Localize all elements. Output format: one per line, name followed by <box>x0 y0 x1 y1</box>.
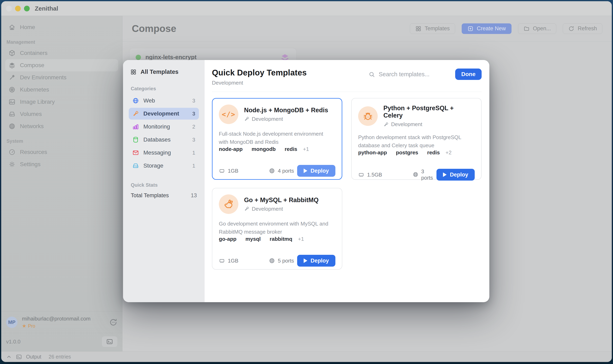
categories-label: Categories <box>131 86 199 91</box>
category-count: 1 <box>192 150 195 156</box>
memory-label: 1GB <box>228 168 238 174</box>
template-title: Go + MySQL + RabbitMQ <box>244 196 318 204</box>
open-button[interactable]: Open... <box>518 23 557 34</box>
deploy-button[interactable]: Deploy <box>297 255 335 267</box>
sidebar-item-volumes[interactable]: Volumes <box>5 108 118 120</box>
create-new-button-label: Create New <box>477 26 506 32</box>
sidebar-item-dev-environments[interactable]: Dev Environments <box>5 71 118 84</box>
ports-info: 3 ports <box>413 168 436 181</box>
create-new-button[interactable]: Create New <box>462 23 511 34</box>
drive-icon <box>9 111 15 117</box>
done-button[interactable]: Done <box>455 68 482 80</box>
version-row: v1.0.0 <box>1 333 122 351</box>
category-web[interactable]: Web 3 <box>129 95 199 106</box>
sidebar-item-settings[interactable]: Settings <box>5 158 118 170</box>
sidebar-item-label: Compose <box>20 62 44 68</box>
sidebar-item-label: Volumes <box>20 111 42 117</box>
sidebar-footer: MP mihaiburlac@protonmail.com ★ Pro v1.0… <box>1 311 122 351</box>
sidebar-item-label: Dev Environments <box>20 74 66 81</box>
category-databases[interactable]: Databases 3 <box>129 134 199 146</box>
total-templates-row: Total Templates 13 <box>129 191 199 200</box>
tag: mongodb <box>252 146 275 152</box>
status-running-dot <box>136 55 141 60</box>
template-card-nodejs[interactable]: </> Node.js + MongoDB + Redis Developmen… <box>212 98 342 180</box>
sidebar-item-label: Resources <box>20 149 47 155</box>
template-tags: python-app postgres redis +2 <box>358 149 475 156</box>
hammer-icon <box>244 116 249 122</box>
deploy-button[interactable]: Deploy <box>297 165 335 177</box>
sidebar-item-label: Containers <box>20 50 47 56</box>
card-footer: 1GB 4 ports Deploy <box>219 165 335 177</box>
deploy-button[interactable]: Deploy <box>436 169 475 181</box>
template-description: Python development stack with PostgreSQL… <box>358 133 475 149</box>
home-icon <box>9 24 15 31</box>
sidebar-item-containers[interactable]: Containers <box>5 47 118 59</box>
sidebar-item-home[interactable]: Home <box>5 21 118 33</box>
template-search[interactable] <box>368 71 446 78</box>
category-messaging[interactable]: Messaging 1 <box>129 147 199 159</box>
category-label: Databases <box>143 136 171 143</box>
plus-square-icon <box>467 26 473 32</box>
minimize-window-button[interactable] <box>15 6 21 11</box>
terminal-button[interactable] <box>102 336 117 347</box>
all-templates-button[interactable]: All Templates <box>129 68 199 75</box>
bug-icon <box>358 106 378 126</box>
user-account[interactable]: MP mihaiburlac@protonmail.com ★ Pro <box>1 312 122 333</box>
more-tags: +1 <box>303 146 309 152</box>
tag: redis <box>285 146 297 152</box>
ports-label: 5 ports <box>278 258 294 264</box>
refresh-button[interactable]: Refresh <box>563 23 602 34</box>
sidebar-item-networks[interactable]: Networks <box>5 120 118 132</box>
code-icon: </> <box>219 104 238 124</box>
card-header: </> Node.js + MongoDB + Redis Developmen… <box>219 104 335 124</box>
modal-sidebar: All Templates Categories Web 3 Developme… <box>123 60 205 302</box>
template-card-go[interactable]: Go + MySQL + RabbitMQ Development Go dev… <box>212 188 342 270</box>
quick-stats-label: Quick Stats <box>131 182 199 188</box>
globe-icon <box>132 97 139 104</box>
memory-chip-icon <box>358 172 364 178</box>
templates-button[interactable]: Templates <box>410 23 455 34</box>
template-card-python[interactable]: Python + PostgreSQL + Celery Development… <box>351 98 482 180</box>
chevron-up-icon[interactable] <box>6 354 12 360</box>
category-storage[interactable]: Storage 1 <box>129 160 199 172</box>
template-title: Node.js + MongoDB + Redis <box>244 106 328 114</box>
sidebar-section-management: Management <box>7 39 118 45</box>
sign-out-icon[interactable] <box>109 318 117 326</box>
sidebar-item-image-library[interactable]: Image Library <box>5 96 118 108</box>
card-title-block: Go + MySQL + RabbitMQ Development <box>244 196 318 212</box>
category-monitoring[interactable]: Monitoring 2 <box>129 121 199 133</box>
user-email: mihaiburlac@protonmail.com <box>22 316 91 322</box>
traffic-lights <box>6 6 30 11</box>
category-label: Storage <box>143 162 163 169</box>
layers-icon <box>9 62 15 69</box>
sidebar-item-resources[interactable]: Resources <box>5 146 118 158</box>
tag: postgres <box>396 149 418 156</box>
app-version: v1.0.0 <box>6 338 21 345</box>
refresh-icon <box>568 26 574 32</box>
play-icon <box>443 172 447 177</box>
output-label: Output <box>26 354 41 360</box>
modal-title-block: Quick Deploy Templates Development <box>212 68 307 86</box>
tag: rabbitmq <box>270 236 292 242</box>
sidebar-item-kubernetes[interactable]: Kubernetes <box>5 84 118 96</box>
ports-label: 3 ports <box>421 168 436 181</box>
globe-icon <box>269 258 275 264</box>
close-window-button[interactable] <box>6 6 12 11</box>
more-tags: +1 <box>298 236 304 242</box>
category-count: 2 <box>192 124 195 130</box>
tag: python-app <box>358 149 387 156</box>
category-count: 3 <box>192 111 195 117</box>
category-label: Web <box>143 97 155 104</box>
sidebar-item-compose[interactable]: Compose <box>5 59 118 71</box>
memory-chip-icon <box>219 168 225 174</box>
template-tags: go-app mysql rabbitmq +1 <box>219 236 335 242</box>
output-statusbar[interactable]: Output 26 entries <box>1 351 612 362</box>
memory-chip-icon <box>219 258 225 264</box>
card-footer: 1GB 5 ports Deploy <box>219 255 335 267</box>
category-development[interactable]: Development 3 <box>129 108 199 119</box>
category-label: Development <box>143 110 179 117</box>
maximize-window-button[interactable] <box>24 6 30 11</box>
search-input[interactable] <box>379 71 446 78</box>
rabbit-icon <box>219 195 238 214</box>
category-count: 3 <box>192 98 195 104</box>
